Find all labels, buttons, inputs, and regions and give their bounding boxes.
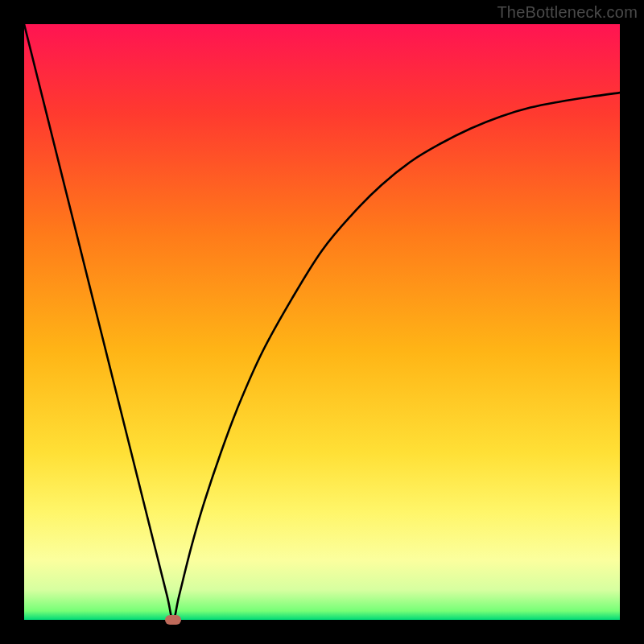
optimum-marker: [165, 615, 181, 625]
chart-frame: TheBottleneck.com: [0, 0, 644, 644]
plot-area: [24, 24, 620, 620]
bottleneck-curve: [24, 24, 620, 620]
curve-layer: [24, 24, 620, 620]
watermark-text: TheBottleneck.com: [497, 3, 638, 22]
